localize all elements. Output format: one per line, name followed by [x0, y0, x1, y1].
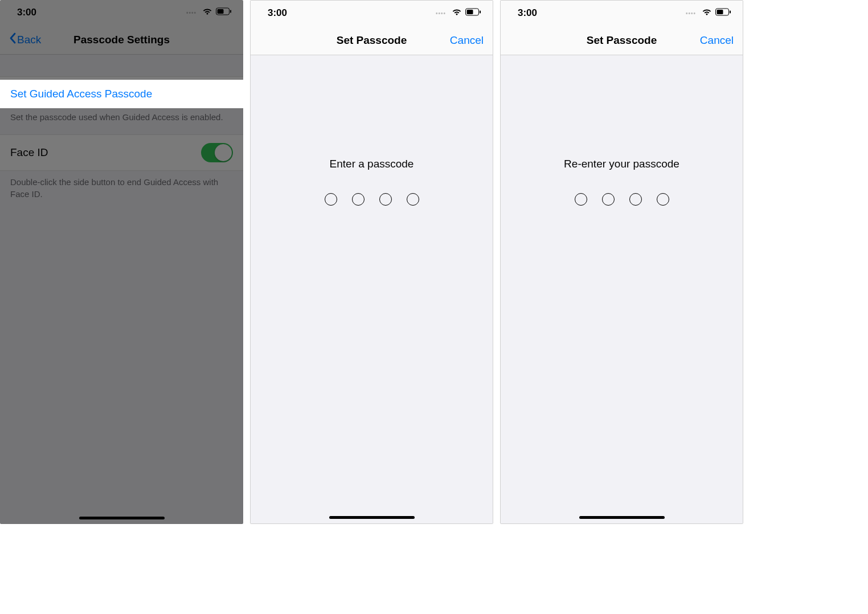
passcode-prompt: Re-enter your passcode: [501, 158, 743, 170]
nav-bar: Set Passcode Cancel: [501, 26, 743, 55]
status-bar: 3:00 ••••: [501, 1, 743, 26]
pin-dot: [352, 193, 365, 206]
phone-screen-3: 3:00 •••• Set Passcode Cancel Re-enter y…: [500, 0, 743, 524]
content-area: Re-enter your passcode: [501, 55, 743, 523]
wifi-icon: [452, 7, 462, 19]
set-guided-access-passcode-row-highlight[interactable]: Set Guided Access Passcode: [0, 80, 243, 108]
svg-rect-8: [730, 11, 731, 14]
status-bar: 3:00 ••••: [251, 1, 493, 26]
cancel-button[interactable]: Cancel: [438, 34, 484, 47]
wifi-icon: [702, 7, 712, 19]
status-time: 3:00: [268, 7, 287, 19]
home-indicator[interactable]: [579, 516, 665, 519]
page-title: Set Passcode: [587, 34, 657, 47]
cellular-dots-icon: ••••: [436, 10, 446, 17]
svg-rect-5: [480, 11, 481, 14]
svg-rect-2: [230, 10, 231, 13]
content-area: Enter a passcode: [251, 55, 493, 523]
toggle-knob: [215, 144, 232, 161]
pin-dot: [325, 193, 337, 206]
back-label: Back: [17, 34, 41, 46]
pin-dot: [602, 193, 615, 206]
cellular-dots-icon: ••••: [686, 10, 696, 17]
page-title: Passcode Settings: [73, 34, 170, 46]
content-area: Set Guided Access Passcode Set the passc…: [0, 55, 243, 524]
pin-dot: [379, 193, 392, 206]
pin-dot: [657, 193, 669, 206]
home-indicator[interactable]: [329, 516, 415, 519]
nav-bar: Back Passcode Settings: [0, 25, 243, 55]
battery-icon: [216, 7, 232, 18]
passcode-footer: Set the passcode used when Guided Access…: [0, 106, 243, 134]
battery-icon: [715, 7, 731, 19]
passcode-dots[interactable]: [251, 193, 493, 206]
phone-screen-2: 3:00 •••• Set Passcode Cancel Enter a pa…: [250, 0, 493, 524]
battery-icon: [465, 7, 481, 19]
page-title: Set Passcode: [337, 34, 407, 47]
nav-bar: Set Passcode Cancel: [251, 26, 493, 55]
wifi-icon: [202, 7, 212, 18]
row-label: Set Guided Access Passcode: [10, 88, 152, 100]
cellular-dots-icon: ••••: [186, 10, 196, 16]
chevron-left-icon: [9, 32, 16, 47]
back-button[interactable]: Back: [9, 32, 55, 47]
face-id-row[interactable]: Face ID: [0, 134, 243, 171]
face-id-toggle[interactable]: [201, 143, 233, 162]
status-bar: 3:00 ••••: [0, 0, 243, 25]
passcode-prompt: Enter a passcode: [251, 158, 493, 170]
home-indicator[interactable]: [79, 517, 165, 519]
row-label: Face ID: [10, 146, 48, 159]
cancel-button[interactable]: Cancel: [688, 34, 734, 47]
status-time: 3:00: [518, 7, 537, 19]
phone-screen-1: 3:00 •••• Back Passcode Settings Set Gui…: [0, 0, 243, 524]
pin-dot: [575, 193, 587, 206]
svg-rect-1: [218, 9, 224, 14]
pin-dot: [407, 193, 419, 206]
pin-dot: [629, 193, 642, 206]
svg-rect-4: [467, 10, 473, 14]
svg-rect-7: [717, 10, 723, 14]
faceid-footer: Double-click the side button to end Guid…: [0, 171, 243, 211]
status-time: 3:00: [17, 7, 36, 18]
passcode-dots[interactable]: [501, 193, 743, 206]
